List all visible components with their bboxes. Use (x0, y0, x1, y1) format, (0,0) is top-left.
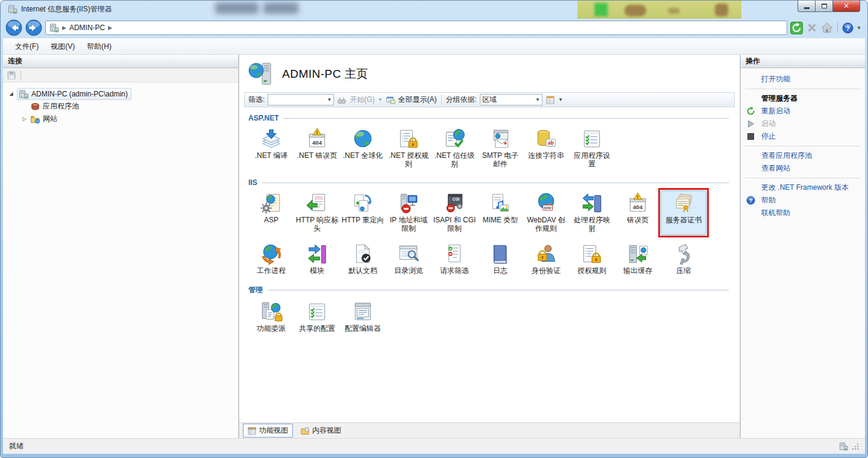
feature-tile[interactable]: 授权规则 (569, 241, 615, 277)
svg-text:DAV: DAV (544, 206, 552, 210)
chevron-down-icon[interactable]: ▼ (535, 97, 540, 102)
feature-label: 模块 (310, 266, 324, 275)
group-by-select[interactable]: 区域 ▼ (480, 94, 542, 105)
actions-list: 打开功能管理服务器重新启动启动停止查看应用程序池查看网站更改 .NET Fram… (741, 68, 865, 219)
tab-features-view[interactable]: 功能视图 (243, 424, 293, 438)
tree-item[interactable]: ◢ADMIN-PC (admin-PC\admin) (3, 87, 238, 100)
menu-help[interactable]: 帮助(H) (81, 39, 118, 54)
feature-tiles: ASPHTTP 响应标 头HTTP 重定向IP 地址和域 限制CGIISAPI … (248, 188, 731, 281)
menu-bar: 文件(F) 视图(V) 帮助(H) (3, 38, 865, 55)
menu-view[interactable]: 视图(V) (45, 39, 81, 54)
server-certificates-icon (672, 192, 695, 215)
home-button-disabled (821, 22, 833, 34)
tree-expander-icon[interactable]: ◢ (8, 91, 14, 96)
feature-tile[interactable]: 身份验证 (523, 241, 569, 277)
action-link[interactable]: 停止 (741, 130, 865, 143)
svg-text:CGI: CGI (453, 197, 459, 201)
toolbar-separator (20, 71, 21, 80)
chevron-down-icon[interactable]: ▼ (327, 97, 332, 102)
feature-tile[interactable]: 功能委派 (248, 299, 294, 335)
chevron-down-icon[interactable]: ▼ (558, 97, 563, 102)
feature-tile[interactable]: 404!.NET 错误页 (294, 126, 340, 171)
help-dropdown-caret-icon[interactable]: ▼ (857, 25, 861, 31)
tree-item[interactable]: ▷网站 (3, 113, 238, 125)
feature-label: ASP (264, 216, 278, 224)
feature-tile[interactable]: 目录浏览 (386, 241, 432, 277)
tab-label: 功能视图 (259, 425, 288, 436)
feature-tile[interactable]: .NET 信任级 别 (432, 126, 477, 171)
help-button[interactable]: ? (842, 22, 854, 34)
trust-levels-icon (443, 128, 466, 151)
action-link[interactable]: 打开功能 (741, 73, 865, 86)
actions-divider (745, 146, 861, 146)
net-compilation-icon (260, 128, 283, 151)
feature-tile[interactable]: 输出缓存 (615, 241, 661, 277)
feature-tile[interactable]: 压缩 (661, 241, 706, 277)
view-layout-icon[interactable] (546, 95, 555, 105)
toolbar-separator (441, 95, 442, 105)
back-button[interactable] (5, 19, 22, 36)
refresh-button[interactable] (790, 22, 803, 34)
tree-expander-icon[interactable]: ▷ (21, 116, 28, 122)
feature-tile[interactable]: .NET 全球化 (340, 126, 386, 171)
rules-lock-icon (397, 128, 420, 151)
feature-label: 处理程序映 射 (574, 216, 610, 233)
toolbar-separator (837, 22, 838, 33)
feature-label: 错误页 (627, 216, 649, 224)
feature-tile[interactable]: 共享的配置 (294, 299, 340, 335)
tree-sites-icon (30, 114, 40, 124)
feature-tile[interactable]: 404!错误页 (615, 190, 661, 235)
feature-tile[interactable]: DAVWebDAV 创 作规则 (523, 190, 569, 235)
minimize-button[interactable] (797, 1, 816, 12)
action-link[interactable]: 查看网站 (741, 162, 865, 175)
feature-tile[interactable]: 应用程序设 置 (569, 126, 615, 171)
action-link[interactable]: 重新启动 (741, 105, 865, 118)
view-tab-bar: 功能视图 内容视图 (239, 422, 740, 438)
resize-grip[interactable] (851, 442, 859, 450)
feature-tile[interactable]: 工作进程 (248, 241, 294, 277)
feature-label: .NET 编译 (255, 151, 288, 160)
svg-text:404: 404 (312, 139, 322, 146)
action-link[interactable]: 联机帮助 (741, 207, 865, 219)
connections-header: 连接 (3, 55, 238, 68)
feature-tile[interactable]: SMTP 电子 邮件 (477, 126, 523, 171)
feature-tile[interactable]: 模块 (294, 241, 340, 277)
feature-tile[interactable]: .NET 授权规 则 (386, 126, 432, 171)
breadcrumb-item-server[interactable]: ADMIN-PC (69, 24, 105, 32)
menu-file[interactable]: 文件(F) (9, 39, 45, 54)
feature-tile[interactable]: CGIISAPI 和 CGI 限制 (432, 190, 477, 235)
maximize-button[interactable] (816, 1, 832, 12)
close-button[interactable]: ✕ (832, 1, 860, 12)
feature-label: 工作进程 (257, 266, 286, 275)
feature-tile[interactable]: ab连接字符串 (523, 126, 569, 171)
feature-tile[interactable]: ASP (248, 190, 294, 235)
feature-tile[interactable]: IP 地址和域 限制 (386, 190, 432, 235)
feature-label: 请求筛选 (440, 266, 469, 275)
action-link[interactable]: ?帮助 (741, 194, 865, 207)
feature-label: .NET 授权规 则 (389, 151, 429, 168)
forward-button[interactable] (25, 19, 42, 36)
feature-tile[interactable]: 服务器证书 (661, 190, 706, 235)
action-link[interactable]: 查看应用程序池 (741, 149, 865, 162)
feature-tile[interactable]: 日志 (477, 241, 523, 277)
filter-input[interactable]: ▼ (268, 94, 334, 105)
feature-tile[interactable]: 请求筛选 (432, 241, 477, 277)
feature-tile[interactable]: HTTP 重定向 (340, 190, 386, 235)
svg-text:!: ! (316, 130, 318, 136)
tab-content-view[interactable]: 内容视图 (296, 424, 346, 438)
tree-item[interactable]: 应用程序池 (3, 100, 238, 113)
feature-tile[interactable]: 处理程序映 射 (569, 190, 615, 235)
breadcrumb[interactable]: ▶ ADMIN-PC ▶ (45, 20, 787, 35)
error-pages-404-icon: 404! (306, 128, 329, 151)
actions-pane: 操作 打开功能管理服务器重新启动启动停止查看应用程序池查看网站更改 .NET F… (741, 55, 865, 438)
action-link[interactable]: 更改 .NET Framework 版本 (741, 181, 865, 194)
handler-mappings-arrows-icon (580, 192, 603, 215)
show-all-button[interactable]: 全部显示(A) (398, 95, 437, 105)
feature-label: WebDAV 创 作规则 (527, 216, 565, 233)
tree-item-label: ADMIN-PC (admin-PC\admin) (31, 90, 128, 98)
feature-tile[interactable]: HTTP 响应标 头 (294, 190, 340, 235)
feature-tile[interactable]: .NET 编译 (248, 126, 294, 171)
feature-tile[interactable]: 配置编辑器 (340, 299, 386, 335)
feature-tile[interactable]: 默认文档 (340, 241, 386, 277)
feature-tile[interactable]: MIME 类型 (477, 190, 523, 235)
